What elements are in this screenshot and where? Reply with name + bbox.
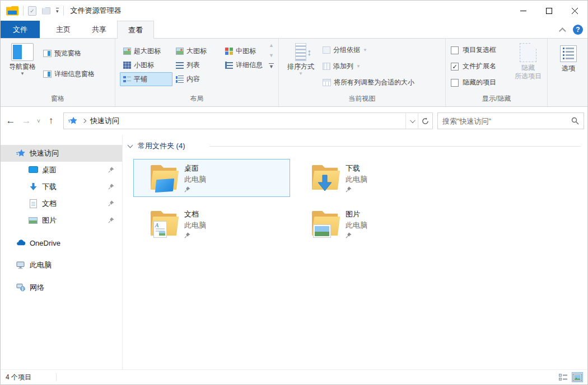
pin-icon[interactable] [108, 217, 114, 223]
ribbon-group-layout: 超大图标 小图标 平铺 大图标 列表 内容 中图标 详细信息 ▲ [115, 39, 279, 106]
sidebar-item-this-pc[interactable]: 此电脑 [1, 257, 122, 274]
maximize-button[interactable] [536, 1, 562, 21]
view-small-icons[interactable]: 小图标 [120, 58, 172, 72]
view-tiles[interactable]: 平铺 [120, 72, 172, 86]
breadcrumb-location[interactable]: 快速访问 [90, 116, 405, 126]
file-extensions-option[interactable]: ✓ 文件扩展名 [451, 62, 496, 71]
pin-icon[interactable] [108, 200, 114, 206]
tile-documents[interactable]: A 文档 此电脑 [133, 205, 290, 243]
pin-icon[interactable] [108, 167, 114, 173]
pictures-folder-icon [310, 210, 342, 238]
sidebar-item-documents[interactable]: 文档 [1, 195, 122, 212]
new-folder-icon[interactable] [42, 7, 50, 15]
chevron-down-icon [410, 118, 416, 123]
scroll-up-icon[interactable]: ▲ [269, 43, 274, 48]
tab-home[interactable]: 主页 [45, 21, 81, 38]
tab-share[interactable]: 共享 [81, 21, 117, 38]
view-label: 详细信息 [236, 60, 263, 70]
layout-group-label: 布局 [115, 94, 278, 106]
details-icon [225, 62, 233, 69]
item-checkboxes-label: 项目复选框 [463, 45, 496, 55]
recent-locations-dropdown-icon[interactable]: ˅ [34, 118, 43, 124]
sidebar-label: 快速访问 [30, 148, 59, 158]
view-large-icons[interactable]: 大图标 [172, 44, 222, 58]
view-extra-large-icons[interactable]: 超大图标 [120, 44, 172, 58]
minimize-button[interactable] [510, 1, 536, 21]
navigation-pane-button[interactable]: 导航窗格 ▼ [5, 43, 40, 76]
more-views-icon[interactable]: ▼ [269, 63, 274, 69]
group-by-icon [323, 46, 330, 54]
address-bar[interactable]: 快速访问 [63, 112, 433, 129]
checkbox-unchecked-icon[interactable] [451, 46, 459, 54]
tile-pictures[interactable]: 图片 此电脑 [295, 205, 451, 243]
options-icon [560, 45, 577, 62]
sidebar-item-network[interactable]: 网络 [1, 279, 122, 296]
pin-icon[interactable] [108, 184, 114, 190]
sidebar-item-quick-access[interactable]: 快速访问 [1, 145, 122, 162]
checkbox-unchecked-icon[interactable] [451, 79, 459, 87]
collapse-ribbon-icon[interactable] [559, 27, 566, 35]
tab-view[interactable]: 查看 [117, 21, 154, 39]
frequent-folders-group-header[interactable]: 常用文件夹 (4) [128, 141, 185, 151]
scroll-down-icon[interactable]: ▼ [269, 53, 274, 58]
size-all-columns-button[interactable]: 将所有列调整为合适的大小 [323, 78, 414, 87]
view-medium-icons[interactable]: 中图标 [222, 44, 271, 58]
properties-icon[interactable]: ✓ [28, 6, 36, 16]
item-checkboxes-option[interactable]: 项目复选框 [451, 45, 496, 55]
panes-group-label: 窗格 [1, 94, 115, 106]
details-pane-icon [43, 71, 52, 78]
search-icon[interactable] [571, 117, 579, 125]
show-hide-group-label: 显示/隐藏 [446, 94, 547, 106]
navigation-pane: 快速访问 桌面 下载 文档 图片 [1, 135, 123, 370]
up-button[interactable]: ↑ [43, 115, 59, 126]
close-button[interactable] [562, 1, 587, 21]
hide-selected-label-2: 所选项目 [515, 72, 542, 81]
sidebar-item-downloads[interactable]: 下载 [1, 179, 122, 195]
search-box[interactable] [437, 112, 584, 129]
tile-name: 文档 [184, 209, 206, 219]
sidebar-label: OneDrive [30, 239, 60, 247]
sidebar-item-pictures[interactable]: 图片 [1, 212, 122, 229]
forward-button[interactable]: → [18, 115, 34, 126]
details-pane-button[interactable]: 详细信息窗格 [43, 69, 95, 79]
pictures-icon [29, 217, 38, 224]
group-header-label: 常用文件夹 (4) [138, 141, 185, 151]
view-details[interactable]: 详细信息 [222, 58, 271, 72]
view-list[interactable]: 列表 [172, 58, 222, 72]
sort-by-button[interactable]: 排序方式 ▼ [283, 43, 318, 76]
tile-downloads[interactable]: 下载 此电脑 [295, 159, 451, 197]
pin-icon [184, 186, 190, 192]
back-button[interactable]: ← [3, 115, 18, 126]
preview-pane-button[interactable]: 预览窗格 [43, 49, 81, 58]
help-icon[interactable]: ? [573, 25, 583, 35]
hidden-items-label: 隐藏的项目 [463, 78, 496, 87]
hide-selected-items-button[interactable]: 隐藏 所选项目 [511, 43, 545, 81]
titlebar-separator [23, 6, 24, 16]
collapse-group-chevron-icon[interactable] [128, 143, 133, 148]
tab-file[interactable]: 文件 [1, 21, 40, 38]
view-label: 平铺 [134, 74, 147, 84]
hide-selected-label-1: 隐藏 [521, 64, 535, 72]
view-content[interactable]: 内容 [172, 72, 222, 86]
view-label: 列表 [186, 60, 200, 70]
refresh-button[interactable] [418, 113, 432, 129]
details-view-toggle[interactable] [557, 372, 568, 382]
titlebar: ✓ ▾ 文件资源管理器 [1, 1, 587, 21]
sidebar-label: 桌面 [42, 165, 57, 175]
tile-location: 此电脑 [184, 220, 206, 231]
address-dropdown-button[interactable] [405, 113, 418, 129]
add-columns-button[interactable]: 添加列 ▼ [323, 62, 361, 71]
tile-desktop[interactable]: 桌面 此电脑 [133, 159, 290, 197]
customize-qat-dropdown-icon[interactable]: ▾ [56, 8, 59, 14]
checkbox-checked-icon[interactable]: ✓ [451, 63, 459, 71]
sidebar-item-desktop[interactable]: 桌面 [1, 162, 122, 179]
breadcrumb-chevron-icon[interactable] [82, 119, 86, 123]
thumbnail-view-toggle[interactable] [572, 372, 583, 382]
extra-large-icons-icon [123, 48, 131, 55]
downloads-folder-icon [310, 164, 342, 192]
options-button[interactable]: 选项 [556, 45, 581, 73]
sidebar-item-onedrive[interactable]: OneDrive [1, 234, 122, 251]
hidden-items-option[interactable]: 隐藏的项目 [451, 78, 496, 87]
search-input[interactable] [442, 117, 571, 125]
group-by-button[interactable]: 分组依据 ▼ [323, 45, 367, 55]
